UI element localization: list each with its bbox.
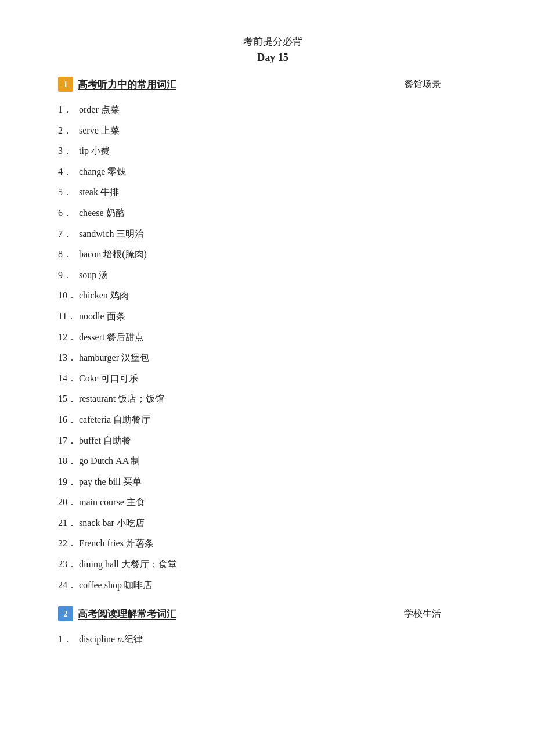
item-chinese: 汉堡包 — [121, 350, 149, 365]
item-number: 16． — [58, 412, 79, 427]
list-item: 13．hamburger 汉堡包 — [58, 350, 488, 365]
item-number: 22． — [58, 536, 79, 551]
item-english: cheese — [79, 206, 104, 221]
item-chinese: 可口可乐 — [101, 371, 138, 386]
list-item: 8．bacon 培根(腌肉) — [58, 247, 488, 262]
item-number: 21． — [58, 516, 79, 531]
item-chinese: 小费 — [91, 143, 110, 159]
item-english: cafeteria — [79, 412, 111, 427]
item-number: 14． — [58, 371, 79, 386]
item-chinese: 炸薯条 — [126, 536, 154, 551]
item-number: 1． — [58, 632, 79, 647]
item-number: 23． — [58, 557, 79, 572]
list-item: 3．tip 小费 — [58, 143, 488, 159]
item-number: 6． — [58, 206, 79, 221]
item-english: noodle — [79, 309, 104, 324]
item-number: 3． — [58, 143, 79, 159]
item-english: coffee shop — [79, 578, 122, 593]
list-item: 2．serve 上菜 — [58, 123, 488, 138]
list-item: 1．order 点菜 — [58, 102, 488, 117]
item-number: 8． — [58, 247, 79, 262]
item-english: buffet — [79, 433, 101, 448]
item-chinese: 牛排 — [100, 185, 119, 200]
item-chinese: 汤 — [99, 268, 108, 283]
item-chinese: 零钱 — [107, 164, 126, 179]
section2-number: 2 — [63, 609, 68, 619]
list-item: 14．Coke 可口可乐 — [58, 371, 488, 386]
item-chinese: 点菜 — [101, 102, 120, 117]
item-english: order — [79, 102, 99, 117]
item-english: snack bar — [79, 516, 114, 531]
item-english: go Dutch — [79, 453, 113, 469]
item-chinese: 餐后甜点 — [107, 330, 144, 345]
item-number: 24． — [58, 578, 79, 593]
item-number: 19． — [58, 474, 79, 489]
item-chinese: 大餐厅；食堂 — [121, 557, 177, 572]
list-item: 19．pay the bill 买单 — [58, 474, 488, 489]
list-item: 6．cheese 奶酪 — [58, 206, 488, 221]
item-english: dining hall — [79, 557, 119, 572]
item-chinese: 上菜 — [101, 123, 120, 138]
item-chinese: AA 制 — [116, 453, 140, 469]
section1-header: 1 高考听力中的常用词汇 餐馆场景 — [58, 77, 488, 92]
item-number: 13． — [58, 350, 79, 365]
item-chinese: 奶酪 — [106, 206, 125, 221]
item-number: 15． — [58, 391, 79, 406]
list-item: 15．restaurant 饭店；饭馆 — [58, 391, 488, 406]
item-chinese: 主食 — [127, 495, 145, 510]
item-number: 2． — [58, 123, 79, 138]
item-english: sandwich — [79, 226, 114, 242]
item-number: 4． — [58, 164, 79, 179]
list-item: 18．go Dutch AA 制 — [58, 453, 488, 469]
item-number: 10． — [58, 288, 79, 303]
item-english: soup — [79, 268, 96, 283]
item-chinese: 饭店；饭馆 — [118, 391, 164, 406]
section1-number-box: 1 — [58, 77, 73, 92]
item-chinese: 面条 — [107, 309, 125, 324]
section2-number-box: 2 — [58, 606, 73, 621]
item-english: French fries — [79, 536, 124, 551]
item-number: 1． — [58, 102, 79, 117]
item-chinese: 咖啡店 — [124, 578, 152, 593]
section1-title: 高考听力中的常用词汇 — [78, 78, 176, 91]
item-english: change — [79, 164, 105, 179]
item-english: main course — [79, 495, 124, 510]
list-item: 12．dessert 餐后甜点 — [58, 330, 488, 345]
section2-subtitle: 学校生活 — [404, 608, 488, 620]
list-item: 17．buffet 自助餐 — [58, 433, 488, 448]
item-number: 11． — [58, 309, 79, 324]
section2-vocab-list: 1．discipline n. 纪律 — [58, 632, 488, 647]
section1-number: 1 — [63, 80, 68, 89]
item-english: restaurant — [79, 391, 116, 406]
page-title: 考前提分必背 — [58, 35, 488, 48]
list-item: 22．French fries 炸薯条 — [58, 536, 488, 551]
item-chinese: 纪律 — [124, 632, 143, 647]
item-chinese: 买单 — [123, 474, 142, 489]
list-item: 10．chicken 鸡肉 — [58, 288, 488, 303]
item-english: serve — [79, 123, 99, 138]
section1-vocab-list: 1．order 点菜2．serve 上菜3．tip 小费4．change 零钱5… — [58, 102, 488, 592]
list-item: 21．snack bar 小吃店 — [58, 516, 488, 531]
section2-header: 2 高考阅读理解常考词汇 学校生活 — [58, 606, 488, 621]
list-item: 11．noodle 面条 — [58, 309, 488, 324]
list-item: 16．cafeteria 自助餐厅 — [58, 412, 488, 427]
list-item: 23．dining hall 大餐厅；食堂 — [58, 557, 488, 572]
item-english: tip — [79, 143, 89, 159]
item-number: 5． — [58, 185, 79, 200]
item-chinese: 自助餐厅 — [113, 412, 150, 427]
item-chinese: 三明治 — [116, 226, 144, 242]
section1-subtitle: 餐馆场景 — [404, 78, 488, 91]
item-english: steak — [79, 185, 98, 200]
item-english: bacon — [79, 247, 101, 262]
list-item: 24．coffee shop 咖啡店 — [58, 578, 488, 593]
item-pos: n. — [117, 632, 124, 647]
item-english: Coke — [79, 371, 99, 386]
item-number: 20． — [58, 495, 79, 510]
section2-title: 高考阅读理解常考词汇 — [78, 607, 176, 621]
list-item: 5．steak 牛排 — [58, 185, 488, 200]
list-item: 9．soup 汤 — [58, 268, 488, 283]
item-number: 7． — [58, 226, 79, 242]
list-item: 7．sandwich 三明治 — [58, 226, 488, 242]
day-title: Day 15 — [58, 52, 488, 64]
item-number: 17． — [58, 433, 79, 448]
